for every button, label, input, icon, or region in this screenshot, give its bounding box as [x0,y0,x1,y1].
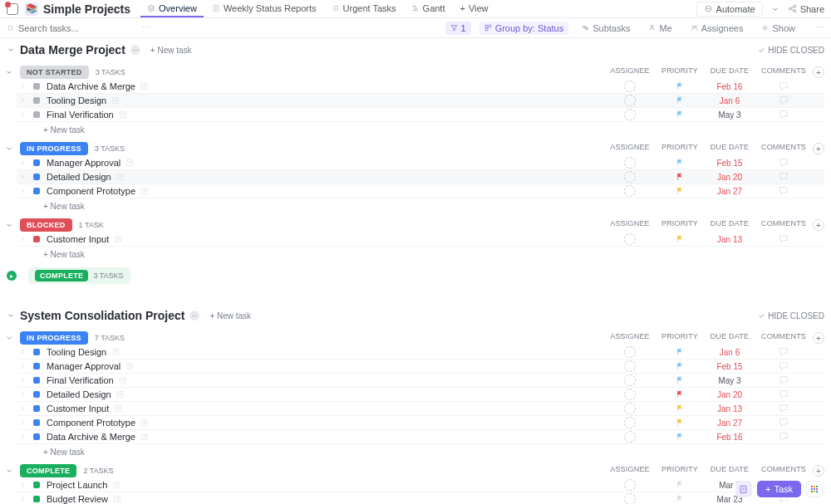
notification-bell-icon[interactable] [7,3,18,15]
open-task-icon[interactable] [140,187,149,195]
status-pill[interactable]: IN PROGRESS [20,331,88,345]
comments-cell[interactable] [755,360,813,372]
task-name[interactable]: Data Archive & Merge [47,432,135,442]
expand-task-icon[interactable] [18,362,27,370]
tab-weekly-status[interactable]: Weekly Status Reports [205,0,323,17]
open-task-icon[interactable] [114,404,122,413]
priority-cell[interactable] [655,82,705,91]
assignees-filter[interactable]: Assignees [686,22,749,35]
task-name[interactable]: Component Prototype [47,418,135,428]
status-pill[interactable]: NOT STARTED [20,66,89,79]
task-row[interactable]: Customer InputJan 13 [17,402,824,416]
expand-task-icon[interactable] [18,376,27,384]
task-name[interactable]: Project Launch [47,480,107,490]
status-pill[interactable]: IN PROGRESS [20,142,88,155]
add-column-button[interactable]: + [813,465,824,477]
task-row[interactable]: Manager ApprovalFeb 15 [17,360,824,374]
due-date-cell[interactable]: May 3 [705,376,755,385]
add-column-button[interactable]: + [813,66,824,78]
comments-cell[interactable] [755,417,813,428]
expand-task-icon[interactable] [18,173,27,181]
task-name[interactable]: Final Verification [47,375,114,385]
quick-note-button[interactable] [735,481,752,497]
info-icon[interactable]: ⋯ [130,45,140,55]
open-task-icon[interactable] [140,82,149,91]
col-comments[interactable]: COMMENTS [755,219,813,231]
collapse-group-icon[interactable] [5,467,13,475]
task-status-square[interactable] [33,482,40,488]
task-row[interactable]: Detailed DesignJan 20 [17,388,824,402]
open-task-icon[interactable] [119,376,127,384]
task-status-square[interactable] [33,349,40,355]
assignee-cell[interactable] [605,157,655,169]
col-assignee[interactable]: ASSIGNEE [605,465,655,477]
assignee-cell[interactable] [605,171,655,183]
col-priority[interactable]: PRIORITY [655,66,705,78]
task-status-square[interactable] [33,391,40,398]
task-status-square[interactable] [33,236,40,242]
open-task-icon[interactable] [111,96,120,105]
task-status-square[interactable] [33,496,40,502]
comments-cell[interactable] [755,233,813,245]
filterbar-more-icon[interactable]: ⋯ [815,22,824,33]
comments-cell[interactable] [755,185,813,197]
col-assignee[interactable]: ASSIGNEE [605,332,655,344]
open-task-icon[interactable] [111,348,120,356]
priority-cell[interactable] [655,110,705,119]
due-date-cell[interactable]: Feb 16 [705,433,755,442]
priority-cell[interactable] [655,390,705,399]
task-row[interactable]: Customer InputJan 13 [17,232,824,247]
expand-task-icon[interactable] [18,418,27,427]
apps-button[interactable] [806,481,823,497]
task-status-square[interactable] [33,419,40,426]
assignee-cell[interactable] [605,417,655,428]
group-by-chip[interactable]: Group by: Status [479,22,569,35]
task-status-square[interactable] [33,111,40,118]
due-date-cell[interactable]: Jan 27 [705,187,755,196]
assignee-cell[interactable] [605,360,655,372]
col-due-date[interactable]: DUE DATE [705,332,755,344]
hide-closed-toggle[interactable]: HIDE CLOSED [758,46,824,55]
assignee-cell[interactable] [605,95,655,106]
tab-gantt[interactable]: Gantt [405,0,452,17]
task-row[interactable]: Data Archive & MergeFeb 16 [17,80,824,94]
open-task-icon[interactable] [113,495,121,503]
priority-cell[interactable] [655,433,705,441]
task-row[interactable]: Detailed DesignJan 20 [17,170,824,184]
subtasks-toggle[interactable]: Subtasks [577,22,635,35]
open-task-icon[interactable] [112,481,120,489]
collapse-project-icon[interactable] [7,46,15,54]
task-name[interactable]: Detailed Design [47,389,111,399]
assignee-cell[interactable] [605,185,655,197]
col-comments[interactable]: COMMENTS [755,143,813,154]
tab-urgent-tasks[interactable]: Urgent Tasks [325,0,403,17]
comments-cell[interactable] [755,109,813,120]
task-name[interactable]: Customer Input [47,234,109,244]
comments-cell[interactable] [755,81,813,92]
col-due-date[interactable]: DUE DATE [705,465,755,477]
priority-cell[interactable] [655,187,705,195]
content-scroll[interactable]: Data Merge Project⋯+ New task HIDE CLOSE… [0,38,831,504]
assignee-cell[interactable] [605,389,655,400]
task-name[interactable]: Budget Review [47,494,108,504]
assignee-cell[interactable] [605,431,655,443]
priority-cell[interactable] [655,96,705,105]
expand-task-icon[interactable] [18,110,27,119]
new-task-row[interactable]: + New task [17,198,824,214]
workspace-name[interactable]: Simple Projects [43,2,130,16]
add-view-button[interactable]: + View [453,0,494,17]
me-filter[interactable]: Me [643,22,676,35]
open-task-icon[interactable] [140,433,149,441]
due-date-cell[interactable]: Feb 15 [705,362,755,371]
task-name[interactable]: Component Prototype [47,186,135,196]
open-task-icon[interactable] [114,235,122,243]
open-task-icon[interactable] [140,418,149,427]
task-row[interactable]: Component PrototypeJan 27 [17,416,824,430]
project-new-task-link[interactable]: + New task [150,46,192,55]
new-task-button[interactable]: + Task [757,481,801,497]
due-date-cell[interactable]: Jan 13 [705,404,755,413]
task-row[interactable]: Data Archive & MergeFeb 16 [17,430,824,444]
due-date-cell[interactable]: May 3 [705,110,755,120]
assignee-cell[interactable] [605,479,655,491]
col-assignee[interactable]: ASSIGNEE [605,66,655,78]
